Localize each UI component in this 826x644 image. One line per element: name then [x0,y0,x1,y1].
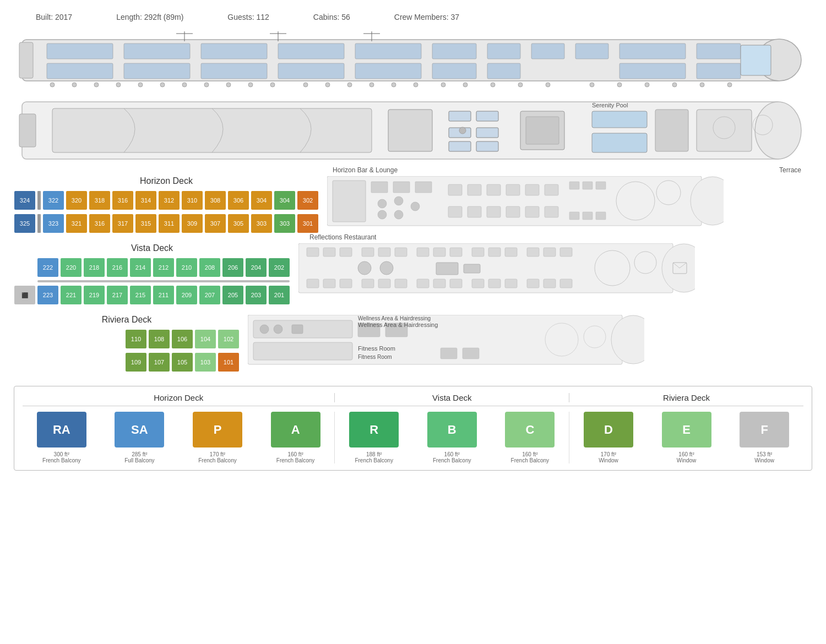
svg-rect-93 [506,184,520,195]
cabin-310[interactable]: 310 [182,191,203,210]
svg-point-42 [491,83,495,87]
riviera-104[interactable]: 104 [195,330,216,348]
svg-rect-15 [124,63,190,79]
cabin-306[interactable]: 306 [228,191,249,210]
horizon-cabin-rows: Horizon Deck 324 322 320 318 316 314 312… [14,176,319,233]
svg-rect-67 [449,141,471,151]
svg-point-156 [274,325,282,334]
riviera-101[interactable]: 101 [218,353,239,372]
svg-rect-14 [47,63,113,79]
cabin-312[interactable]: 312 [159,191,180,210]
cabin-323[interactable]: 323 [43,214,64,233]
vista-215[interactable]: 215 [130,286,151,304]
cabin-325[interactable]: 325 [14,214,35,233]
cabin-308[interactable]: 308 [205,191,226,210]
vista-207[interactable]: 207 [199,286,220,304]
vista-210[interactable]: 210 [176,258,197,277]
vista-212[interactable]: 212 [153,258,174,277]
cabin-302[interactable]: 302 [297,191,318,210]
svg-rect-130 [362,279,374,288]
svg-rect-104 [569,182,579,189]
legend-item-d: D 170 ft² Window [569,412,648,463]
svg-point-31 [226,83,231,87]
riviera-plan-svg: Wellness Area & Hairdressing Fitness Roo… [248,315,644,369]
svg-rect-162 [441,348,457,359]
riviera-106[interactable]: 106 [172,330,193,348]
vista-203[interactable]: 203 [246,286,267,304]
svg-rect-106 [596,182,606,189]
vista-216[interactable]: 216 [107,258,128,277]
vista-214[interactable]: 214 [130,258,151,277]
svg-rect-128 [323,279,335,288]
svg-rect-7 [355,43,421,59]
riviera-108[interactable]: 108 [149,330,170,348]
riviera-110[interactable]: 110 [126,330,146,348]
vista-top-row: 222 220 218 216 214 212 210 208 206 204 … [14,258,290,277]
horizon-bottom-row: 325 323 321 316 317 315 311 309 307 305 … [14,214,319,233]
vista-202[interactable]: 202 [269,258,290,277]
cabin-324[interactable]: 324 [14,191,35,210]
cabin-316t[interactable]: 316 [112,191,133,210]
cabin-301[interactable]: 301 [297,214,318,233]
cabin-321[interactable]: 321 [66,214,87,233]
cabin-322[interactable]: 322 [43,191,64,210]
vista-211[interactable]: 211 [153,286,174,304]
cabin-314[interactable]: 314 [135,191,156,210]
vista-208[interactable]: 208 [199,258,220,277]
svg-rect-141 [560,279,572,288]
riviera-107[interactable]: 107 [149,353,170,372]
vista-219[interactable]: 219 [84,286,105,304]
svg-point-38 [392,83,396,87]
cabin-311[interactable]: 311 [159,214,180,233]
cabin-303[interactable]: 303 [251,214,272,233]
vista-201[interactable]: 201 [269,286,290,304]
vista-204[interactable]: 204 [246,258,267,277]
vista-221[interactable]: 221 [61,286,81,304]
svg-rect-99 [506,206,520,217]
cabin-304[interactable]: 304 [251,191,272,210]
cabin-315[interactable]: 315 [135,214,156,233]
svg-rect-6 [278,43,344,59]
legend-box-e: E [662,412,711,447]
cabin-307[interactable]: 307 [205,214,226,233]
legend-box-f: F [740,412,789,447]
cabin-309[interactable]: 309 [182,214,203,233]
legend-box-a: A [271,412,320,447]
svg-rect-100 [525,206,539,217]
cabin-318[interactable]: 318 [89,191,110,210]
svg-point-69 [459,127,466,134]
legend-riviera-label: Riviera Deck [569,393,803,402]
cabin-317[interactable]: 317 [112,214,133,233]
vista-205[interactable]: 205 [222,286,243,304]
svg-rect-125 [544,248,556,256]
vista-217[interactable]: 217 [107,286,128,304]
legend-item-e: E 160 ft² Window [648,412,726,463]
legend-item-ra: RA 300 ft² French Balcony [23,412,101,463]
svg-rect-98 [487,206,501,217]
cabin-303a[interactable]: 303 [274,214,295,233]
riviera-103[interactable]: 103 [195,353,216,372]
cabin-305[interactable]: 305 [228,214,249,233]
svg-rect-116 [378,248,390,256]
svg-rect-135 [450,279,462,288]
svg-rect-90 [448,184,462,195]
svg-point-50 [727,83,732,87]
legend-item-a: A 160 ft² French Balcony [257,412,335,463]
riviera-105[interactable]: 105 [172,353,193,372]
vista-218[interactable]: 218 [84,258,105,277]
vista-206[interactable]: 206 [222,258,243,277]
svg-point-26 [116,83,121,87]
svg-rect-16 [201,63,267,79]
cabin-316b[interactable]: 316 [89,214,110,233]
vista-223[interactable]: 223 [37,286,58,304]
riviera-109[interactable]: 109 [126,353,146,372]
vista-220[interactable]: 220 [61,258,81,277]
svg-rect-123 [505,248,517,256]
cabin-304a[interactable]: 304 [274,191,295,210]
vista-209[interactable]: 209 [176,286,197,304]
cabin-320[interactable]: 320 [66,191,87,210]
svg-rect-76 [697,110,752,151]
svg-rect-139 [527,279,539,288]
riviera-102[interactable]: 102 [218,330,239,348]
vista-222[interactable]: 222 [37,258,58,277]
